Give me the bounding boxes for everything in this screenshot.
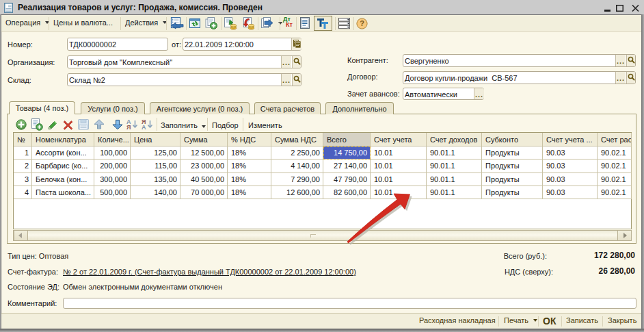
svg-text:?: ? [360, 19, 364, 27]
